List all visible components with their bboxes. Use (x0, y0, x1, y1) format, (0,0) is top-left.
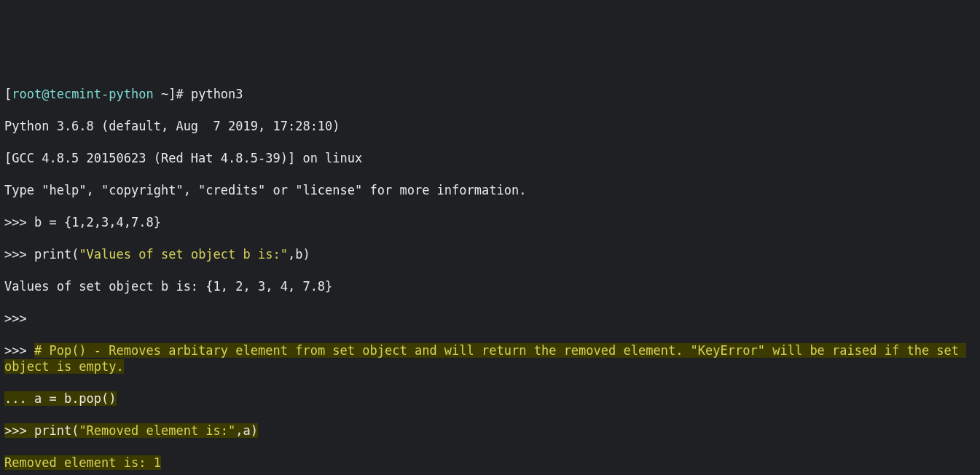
repl-prompt: >>> (4, 310, 976, 326)
terminal-output[interactable]: [root@tecmint-python ~]# python3 Python … (4, 70, 976, 475)
python-banner-line: Type "help", "copyright", "credits" or "… (4, 182, 976, 198)
stdout-line: Values of set object b is: {1, 2, 3, 4, … (4, 278, 976, 294)
repl-line: >>> print("Removed element is:",a) (4, 423, 976, 439)
repl-line: ... a = b.pop() (4, 390, 976, 407)
shell-prompt-line: [root@tecmint-python ~]# python3 (4, 86, 976, 102)
repl-comment-line: >>> # Pop() - Removes arbitary element f… (4, 342, 976, 374)
python-banner-line: [GCC 4.8.5 20150623 (Red Hat 4.8.5-39)] … (4, 150, 976, 166)
python-banner-line: Python 3.6.8 (default, Aug 7 2019, 17:28… (4, 118, 976, 134)
repl-line: >>> b = {1,2,3,4,7.8} (4, 214, 976, 230)
stdout-line: Removed element is: 1 (4, 455, 976, 471)
repl-line: >>> print("Values of set object b is:",b… (4, 246, 976, 262)
